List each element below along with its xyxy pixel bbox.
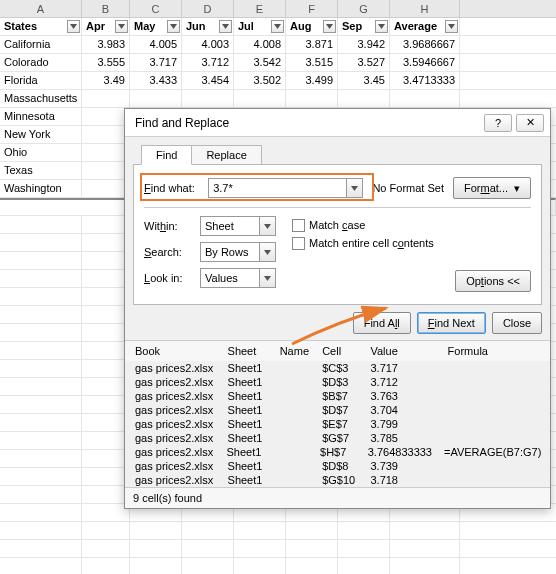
cell[interactable]: 3.9686667 (390, 36, 460, 53)
col-cell[interactable]: Cell (320, 345, 368, 357)
col-header[interactable]: F (286, 0, 338, 17)
search-select[interactable]: By Rows (200, 242, 276, 262)
cell[interactable]: 3.49 (82, 72, 130, 89)
col-header[interactable]: C (130, 0, 182, 17)
filter-dropdown-icon[interactable] (167, 20, 180, 33)
cell[interactable]: 3.717 (130, 54, 182, 71)
col-header[interactable]: H (390, 0, 460, 17)
col-sheet[interactable]: Sheet (226, 345, 278, 357)
filter-dropdown-icon[interactable] (375, 20, 388, 33)
close-dialog-button[interactable]: Close (492, 312, 542, 334)
header-cell[interactable]: Apr (82, 18, 130, 35)
cell[interactable]: Minnesota (0, 108, 82, 125)
cell[interactable]: 3.942 (338, 36, 390, 53)
cell[interactable]: Texas (0, 162, 82, 179)
dropdown-icon[interactable] (259, 243, 275, 261)
cell[interactable]: 3.555 (82, 54, 130, 71)
dropdown-icon[interactable] (259, 269, 275, 287)
header-cell[interactable]: Sep (338, 18, 390, 35)
cell[interactable]: 3.871 (286, 36, 338, 53)
find-next-button[interactable]: Find Next (417, 312, 486, 334)
cell[interactable]: 3.527 (338, 54, 390, 71)
filter-dropdown-icon[interactable] (67, 20, 80, 33)
cell[interactable] (182, 90, 234, 107)
cell[interactable]: 3.499 (286, 72, 338, 89)
filter-dropdown-icon[interactable] (219, 20, 232, 33)
filter-dropdown-icon[interactable] (323, 20, 336, 33)
cell[interactable]: 4.008 (234, 36, 286, 53)
result-row[interactable]: gas prices2.xlsxSheet1$D$73.704 (125, 403, 550, 417)
cell[interactable]: 3.542 (234, 54, 286, 71)
dropdown-icon[interactable] (346, 179, 362, 197)
cell[interactable] (82, 180, 130, 197)
result-row[interactable]: gas prices2.xlsxSheet1$G$103.718 (125, 473, 550, 487)
filter-dropdown-icon[interactable] (115, 20, 128, 33)
cell[interactable] (82, 162, 130, 179)
format-button[interactable]: Format...▾ (453, 177, 531, 199)
tab-replace[interactable]: Replace (191, 145, 261, 165)
col-header[interactable]: E (234, 0, 286, 17)
find-what-input[interactable]: 3.7* (208, 178, 363, 198)
header-cell[interactable]: States (0, 18, 82, 35)
result-row[interactable]: gas prices2.xlsxSheet1$G$73.785 (125, 431, 550, 445)
tab-find[interactable]: Find (141, 145, 192, 165)
cell[interactable]: 3.5946667 (390, 54, 460, 71)
cell[interactable]: 3.4713333 (390, 72, 460, 89)
cell[interactable]: California (0, 36, 82, 53)
header-cell[interactable]: Average (390, 18, 460, 35)
cell[interactable]: Colorado (0, 54, 82, 71)
col-header[interactable]: B (82, 0, 130, 17)
cell[interactable] (286, 90, 338, 107)
cell[interactable]: Washington (0, 180, 82, 197)
within-select[interactable]: Sheet (200, 216, 276, 236)
col-value[interactable]: Value (368, 345, 445, 357)
filter-dropdown-icon[interactable] (445, 20, 458, 33)
result-row[interactable]: gas prices2.xlsxSheet1$C$33.717 (125, 361, 550, 375)
col-formula[interactable]: Formula (446, 345, 542, 357)
close-button[interactable]: ✕ (516, 114, 544, 132)
col-name[interactable]: Name (278, 345, 321, 357)
result-row[interactable]: gas prices2.xlsxSheet1$B$73.763 (125, 389, 550, 403)
cell[interactable] (338, 90, 390, 107)
cell[interactable]: Massachusetts (0, 90, 82, 107)
options-button[interactable]: Options << (455, 270, 531, 292)
header-cell[interactable]: Jul (234, 18, 286, 35)
cell[interactable]: 3.454 (182, 72, 234, 89)
cell[interactable]: 3.433 (130, 72, 182, 89)
cell[interactable] (82, 144, 130, 161)
cell[interactable] (82, 108, 130, 125)
col-book[interactable]: Book (133, 345, 226, 357)
cell[interactable]: 4.005 (130, 36, 182, 53)
dropdown-icon[interactable] (259, 217, 275, 235)
cell[interactable] (390, 90, 460, 107)
filter-dropdown-icon[interactable] (271, 20, 284, 33)
cell[interactable]: 3.502 (234, 72, 286, 89)
cell[interactable]: New York (0, 126, 82, 143)
cell[interactable] (82, 126, 130, 143)
match-case-checkbox[interactable]: Match case (292, 216, 531, 234)
cell[interactable]: 4.003 (182, 36, 234, 53)
cell[interactable] (130, 90, 182, 107)
cell[interactable] (82, 90, 130, 107)
result-row[interactable]: gas prices2.xlsxSheet1$E$73.799 (125, 417, 550, 431)
lookin-select[interactable]: Values (200, 268, 276, 288)
col-header[interactable]: A (0, 0, 82, 17)
header-cell[interactable]: May (130, 18, 182, 35)
find-all-button[interactable]: Find All (353, 312, 411, 334)
header-cell[interactable]: Aug (286, 18, 338, 35)
dialog-titlebar[interactable]: Find and Replace ? ✕ (125, 109, 550, 137)
match-entire-checkbox[interactable]: Match entire cell contents (292, 234, 531, 252)
cell[interactable]: Ohio (0, 144, 82, 161)
result-row[interactable]: gas prices2.xlsxSheet1$H$73.764833333=AV… (125, 445, 550, 459)
col-header[interactable]: G (338, 0, 390, 17)
col-header[interactable]: D (182, 0, 234, 17)
cell[interactable]: 3.983 (82, 36, 130, 53)
cell[interactable]: 3.712 (182, 54, 234, 71)
header-cell[interactable]: Jun (182, 18, 234, 35)
cell[interactable]: 3.515 (286, 54, 338, 71)
cell[interactable]: 3.45 (338, 72, 390, 89)
result-row[interactable]: gas prices2.xlsxSheet1$D$83.739 (125, 459, 550, 473)
cell[interactable] (234, 90, 286, 107)
cell[interactable]: Florida (0, 72, 82, 89)
result-row[interactable]: gas prices2.xlsxSheet1$D$33.712 (125, 375, 550, 389)
